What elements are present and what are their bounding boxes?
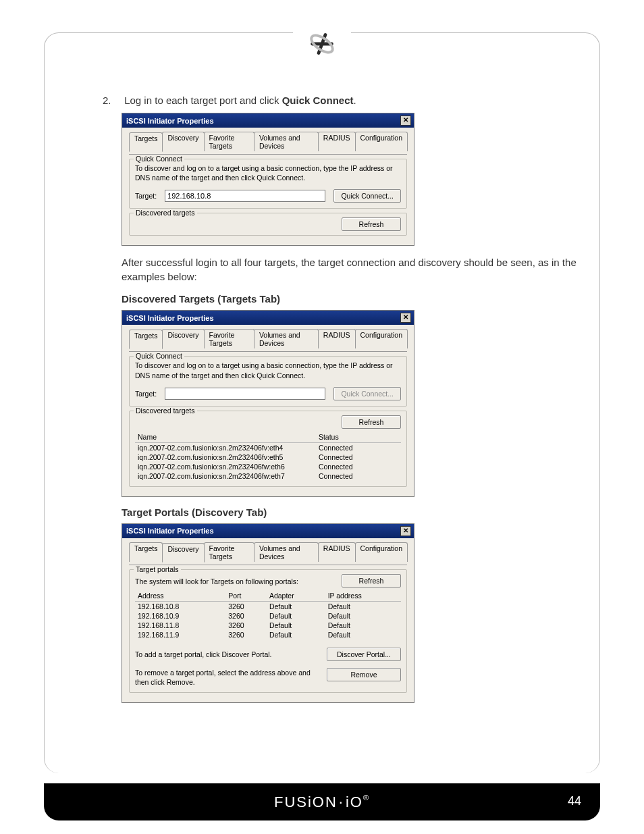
header-logo bbox=[293, 25, 351, 62]
refresh-button[interactable]: Refresh bbox=[342, 217, 401, 231]
table-row: 192.168.10.83260DefaultDefault bbox=[135, 601, 401, 611]
tabs-row: Targets Discovery Favorite Targets Volum… bbox=[129, 329, 407, 348]
col-port: Port bbox=[225, 590, 267, 602]
qc-desc: To discover and log on to a target using… bbox=[135, 361, 401, 380]
col-ip: IP address bbox=[325, 590, 401, 602]
dialog-titlebar: iSCSI Initiator Properties ✕ bbox=[122, 113, 414, 128]
iscsi-dialog-2: iSCSI Initiator Properties ✕ Targets Dis… bbox=[122, 310, 414, 496]
tab-radius[interactable]: RADIUS bbox=[318, 132, 356, 151]
discovered-targets-group: Discovered targets Refresh bbox=[129, 213, 407, 236]
dialog-titlebar: iSCSI Initiator Properties ✕ bbox=[122, 311, 414, 325]
tab-discovery[interactable]: Discovery bbox=[162, 132, 204, 151]
tab-volumes[interactable]: Volumes and Devices bbox=[254, 329, 319, 348]
step-line: 2. Log in to each target port and click … bbox=[122, 95, 587, 106]
target-input[interactable] bbox=[165, 388, 325, 400]
refresh-button[interactable]: Refresh bbox=[342, 415, 401, 429]
quick-connect-button[interactable]: Quick Connect... bbox=[333, 189, 401, 203]
tab-favorite[interactable]: Favorite Targets bbox=[204, 329, 254, 348]
heading-discovered: Discovered Targets (Targets Tab) bbox=[122, 293, 587, 305]
dialog-title: iSCSI Initiator Properties bbox=[126, 527, 214, 535]
iscsi-dialog-3: iSCSI Initiator Properties ✕ Targets Dis… bbox=[122, 523, 414, 703]
tab-targets[interactable]: Targets bbox=[129, 330, 163, 349]
tab-radius[interactable]: RADIUS bbox=[318, 329, 356, 348]
qc-title: Quick Connect bbox=[134, 352, 184, 360]
discovered-targets-table: Name Status iqn.2007-02.com.fusionio:sn.… bbox=[135, 432, 401, 481]
dt-title: Discovered targets bbox=[134, 209, 197, 217]
discovered-targets-group: Discovered targets Refresh Name Status i… bbox=[129, 411, 407, 487]
tab-config[interactable]: Configuration bbox=[355, 132, 408, 151]
dialog-title: iSCSI Initiator Properties bbox=[126, 314, 214, 322]
target-input[interactable] bbox=[165, 190, 325, 202]
tab-config[interactable]: Configuration bbox=[355, 329, 408, 348]
tab-discovery[interactable]: Discovery bbox=[162, 329, 204, 348]
col-name: Name bbox=[135, 432, 316, 443]
dialog-titlebar: iSCSI Initiator Properties ✕ bbox=[122, 524, 414, 538]
footer-brand: FUSiON·iO® bbox=[274, 793, 370, 811]
table-row: 192.168.11.93260DefaultDefault bbox=[135, 630, 401, 640]
quick-connect-button[interactable]: Quick Connect... bbox=[333, 387, 401, 400]
table-row: iqn.2007-02.com.fusionio:sn.2m232406fv:e… bbox=[135, 442, 401, 452]
step-text-pre: Log in to each target port and click bbox=[124, 95, 281, 106]
tab-config[interactable]: Configuration bbox=[355, 542, 408, 562]
iscsi-dialog-1: iSCSI Initiator Properties ✕ Targets Dis… bbox=[122, 113, 414, 246]
add-portal-text: To add a target portal, click Discover P… bbox=[135, 650, 272, 659]
close-icon[interactable]: ✕ bbox=[400, 313, 411, 323]
tab-radius[interactable]: RADIUS bbox=[318, 542, 356, 562]
tab-volumes[interactable]: Volumes and Devices bbox=[254, 542, 319, 562]
tabs-row: Targets Discovery Favorite Targets Volum… bbox=[129, 132, 407, 151]
portals-table: Address Port Adapter IP address 192.168.… bbox=[135, 590, 401, 640]
tab-favorite[interactable]: Favorite Targets bbox=[204, 542, 254, 562]
table-row: iqn.2007-02.com.fusionio:sn.2m232406fw:e… bbox=[135, 462, 401, 471]
table-row: 192.168.11.83260DefaultDefault bbox=[135, 621, 401, 630]
page-number: 44 bbox=[568, 794, 581, 808]
tab-discovery[interactable]: Discovery bbox=[162, 543, 204, 563]
tp-title: Target portals bbox=[134, 565, 181, 573]
col-address: Address bbox=[135, 590, 225, 602]
table-row: iqn.2007-02.com.fusionio:sn.2m232406fw:e… bbox=[135, 471, 401, 481]
target-label: Target: bbox=[135, 390, 157, 398]
step-number: 2. bbox=[103, 95, 122, 106]
qc-title: Quick Connect bbox=[134, 155, 184, 163]
paragraph-after: After successful login to all four targe… bbox=[122, 255, 587, 284]
tab-targets[interactable]: Targets bbox=[129, 132, 163, 152]
tabs-row: Targets Discovery Favorite Targets Volum… bbox=[129, 542, 407, 562]
table-row: 192.168.10.93260DefaultDefault bbox=[135, 611, 401, 621]
dialog-title: iSCSI Initiator Properties bbox=[126, 117, 214, 125]
page-footer: FUSiON·iO® 44 bbox=[44, 783, 600, 820]
close-icon[interactable]: ✕ bbox=[400, 526, 411, 536]
tab-targets[interactable]: Targets bbox=[129, 542, 163, 562]
step-bold: Quick Connect bbox=[282, 95, 354, 106]
refresh-button[interactable]: Refresh bbox=[342, 574, 401, 588]
target-portals-group: Target portals The system will look for … bbox=[129, 569, 407, 693]
tab-volumes[interactable]: Volumes and Devices bbox=[254, 132, 319, 151]
close-icon[interactable]: ✕ bbox=[400, 115, 411, 126]
target-label: Target: bbox=[135, 192, 157, 200]
dt-title: Discovered targets bbox=[134, 407, 197, 415]
table-row: iqn.2007-02.com.fusionio:sn.2m232406fv:e… bbox=[135, 452, 401, 462]
tab-favorite[interactable]: Favorite Targets bbox=[204, 132, 254, 151]
qc-desc: To discover and log on to a target using… bbox=[135, 163, 401, 182]
quick-connect-group: Quick Connect To discover and log on to … bbox=[129, 159, 407, 209]
heading-portals: Target Portals (Discovery Tab) bbox=[122, 506, 587, 518]
quick-connect-group: Quick Connect To discover and log on to … bbox=[129, 356, 407, 406]
discover-portal-button[interactable]: Discover Portal... bbox=[327, 648, 401, 661]
col-status: Status bbox=[316, 432, 401, 443]
col-adapter: Adapter bbox=[267, 590, 325, 602]
tp-desc: The system will look for Targets on foll… bbox=[135, 574, 298, 586]
step-text-post: . bbox=[354, 95, 356, 106]
remove-portal-text: To remove a target portal, select the ad… bbox=[135, 668, 317, 687]
remove-button[interactable]: Remove bbox=[327, 668, 401, 681]
